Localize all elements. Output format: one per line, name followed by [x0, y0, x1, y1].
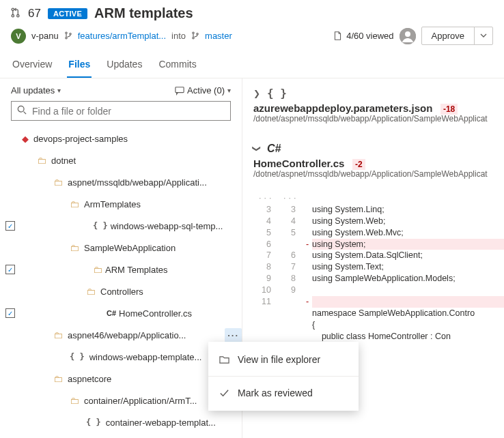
svg-point-3	[66, 32, 67, 33]
tree-root[interactable]: ◆ devops-project-samples	[0, 128, 242, 149]
pr-number: 67	[28, 7, 41, 20]
svg-point-6	[193, 32, 194, 33]
more-button[interactable]: ···	[225, 328, 242, 342]
svg-point-4	[66, 37, 67, 38]
source-branch[interactable]: features/armTemplat...	[78, 31, 166, 41]
json-icon: { }	[93, 221, 108, 231]
file-name[interactable]: HomeController.cs	[253, 158, 344, 169]
json-icon: { }	[86, 418, 101, 427]
tree-folder[interactable]: 🗀 container/Application/ArmT...	[0, 390, 242, 411]
tree-folder[interactable]: 🗀 aspnet46/webapp/Applicatio... ···	[0, 324, 242, 346]
tree-file[interactable]: ✓ { } windows-webapp-sql-temp...	[0, 215, 242, 237]
menu-view-explorer[interactable]: View in file explorer	[208, 346, 359, 373]
svg-rect-11	[176, 87, 184, 92]
csharp-icon: C#	[267, 143, 281, 155]
folder-icon: 🗀	[53, 373, 63, 384]
tree-file[interactable]: ✓ C# HomeController.cs	[0, 302, 242, 324]
file-path: /dotnet/aspnet/mssqldb/webapp/Applicatio…	[253, 114, 504, 123]
svg-point-1	[12, 14, 14, 16]
search-field[interactable]	[32, 106, 225, 117]
pull-request-icon	[11, 8, 21, 20]
folder-icon: 🗀	[93, 264, 102, 275]
diff-stat: -2	[352, 159, 365, 170]
menu-mark-reviewed[interactable]: Mark as reviewed	[208, 379, 359, 407]
file-name[interactable]: azurewebappdeploy.parameters.json	[253, 102, 432, 114]
tree-file[interactable]: { } windows-webapp-template...	[0, 346, 242, 368]
svg-point-10	[405, 31, 410, 37]
tree-folder[interactable]: 🗀 SampleWebApplication	[0, 237, 242, 259]
svg-point-2	[17, 14, 19, 16]
check-icon	[219, 388, 229, 398]
branch-icon	[191, 31, 199, 41]
author-name[interactable]: v-panu	[31, 31, 59, 41]
folder-icon: 🗀	[70, 242, 79, 253]
tree-folder[interactable]: 🗀 ArmTemplates	[0, 193, 242, 215]
folder-icon: 🗀	[37, 155, 46, 166]
tree-file[interactable]: { } container-webapp-templat...	[0, 411, 242, 433]
project-icon: ◆	[22, 134, 29, 144]
json-icon: { }	[70, 352, 85, 362]
tab-overview[interactable]: Overview	[11, 52, 53, 78]
folder-icon: 🗀	[70, 395, 79, 406]
csharp-icon: C#	[107, 309, 116, 317]
branch-icon	[64, 31, 72, 41]
comment-icon	[175, 86, 184, 96]
tree-folder[interactable]: ✓ 🗀 ARM Templates	[0, 259, 242, 280]
tree-folder[interactable]: 🗀 dotnet	[0, 149, 242, 171]
tab-updates[interactable]: Updates	[105, 52, 143, 78]
diff-stat: -18	[440, 104, 458, 115]
file-path: /dotnet/aspnet/mssqldb/webapp/Applicatio…	[253, 169, 504, 179]
chevron-down-icon: ▾	[227, 87, 231, 94]
svg-point-7	[193, 37, 194, 38]
json-icon: { }	[267, 87, 287, 100]
tree-folder[interactable]: 🗀 Controllers	[0, 280, 242, 302]
diff-view[interactable]: ······ 33using System.Linq; 44using Syst…	[253, 192, 504, 342]
into-label: into	[171, 31, 186, 41]
chevron-down-icon[interactable]	[474, 27, 492, 44]
folder-icon: 🗀	[53, 177, 63, 188]
tab-bar: Overview Files Updates Commits	[0, 52, 504, 78]
persona-icon[interactable]	[400, 28, 416, 44]
collapse-toggle[interactable]: ❯	[252, 145, 262, 152]
folder-icon: 🗀	[86, 286, 96, 297]
avatar[interactable]: V	[11, 29, 26, 44]
file-header: ❯ { } azurewebappdeploy.parameters.json …	[253, 87, 504, 123]
viewed-progress[interactable]: 4/60 viewed	[333, 31, 393, 41]
folder-icon: 🗀	[70, 199, 79, 209]
comments-filter[interactable]: Active (0) ▾	[175, 85, 231, 96]
folder-icon: 🗀	[53, 330, 63, 340]
tree-folder[interactable]: 🗀 aspnet/mssqldb/webapp/Applicati...	[0, 171, 242, 193]
folder-icon	[219, 355, 229, 365]
checkbox[interactable]: ✓	[5, 265, 15, 274]
target-branch[interactable]: master	[205, 31, 232, 41]
tab-files[interactable]: Files	[67, 52, 92, 78]
tab-commits[interactable]: Commits	[157, 52, 197, 78]
approve-button[interactable]: Approve	[421, 27, 493, 45]
svg-point-12	[18, 106, 24, 112]
svg-point-5	[70, 33, 71, 34]
checkbox[interactable]: ✓	[5, 221, 15, 231]
file-tree[interactable]: ◆ devops-project-samples 🗀 dotnet 🗀 aspn…	[0, 128, 242, 438]
context-menu: View in file explorer Mark as reviewed	[208, 342, 359, 411]
search-input[interactable]	[11, 101, 231, 121]
pr-title: ARM templates	[94, 5, 193, 21]
checkbox[interactable]: ✓	[5, 308, 15, 318]
svg-point-0	[12, 8, 14, 10]
chevron-down-icon: ▾	[57, 87, 61, 94]
document-icon	[333, 31, 342, 40]
status-badge: ACTIVE	[48, 8, 87, 19]
svg-point-8	[197, 33, 198, 34]
search-icon	[17, 105, 27, 117]
expand-toggle[interactable]: ❯	[253, 89, 260, 98]
file-header: ❯ C# HomeController.cs -2 /dotnet/aspnet…	[253, 143, 504, 179]
tree-folder[interactable]: 🗀 aspnetcore	[0, 368, 242, 390]
updates-filter[interactable]: All updates ▾	[11, 85, 61, 96]
